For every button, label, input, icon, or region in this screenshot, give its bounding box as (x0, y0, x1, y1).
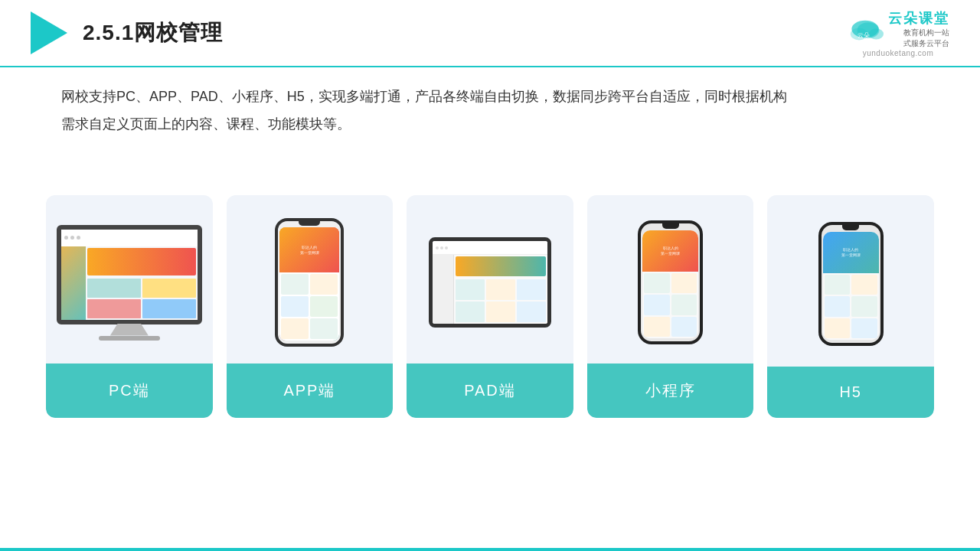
card-mini-image: 职达人的第一堂网课 (587, 195, 754, 364)
phone-body (279, 272, 339, 341)
mini-cell-1 (644, 273, 670, 293)
tablet-screen (433, 241, 547, 324)
brand-logo: 云朵 云朵课堂 教育机构一站式服务云平台 yunduoketang.com (847, 9, 949, 57)
mini-cell-6 (671, 317, 697, 337)
monitor-stand (110, 324, 149, 336)
tablet-cell-2 (486, 279, 515, 300)
tablet-cell-1 (456, 279, 485, 300)
h5-cell-2 (851, 275, 877, 295)
monitor-base (99, 336, 160, 341)
mini-cell-2 (671, 273, 697, 293)
card-pad: PAD端 (407, 195, 573, 418)
description-text: 网校支持PC、APP、PAD、小程序、H5，实现多端打通，产品各终端自由切换，数… (61, 83, 919, 138)
card-pad-label: PAD端 (407, 364, 573, 418)
card-app-label: APP端 (227, 364, 394, 418)
tablet-cell-6 (517, 302, 546, 322)
card-pc-image (46, 195, 213, 364)
top-bar: 2.5.1网校管理 云朵 云朵课堂 教育机构一站式服务云平台 yunduoket… (0, 0, 980, 67)
phone-cell-4 (310, 296, 338, 317)
mini-phone-mockup: 职达人的第一堂网课 (638, 220, 703, 344)
mini-phone-body (642, 272, 698, 338)
card-pc-label: PC端 (46, 364, 213, 418)
h5-phone-screen: 职达人的第一堂网课 (823, 232, 879, 340)
tablet-hero (456, 256, 546, 276)
phone-cell-2 (310, 274, 338, 295)
card-app: 职达人的第一堂网课 APP端 (227, 195, 394, 418)
card-mini-label: 小程序 (587, 364, 754, 418)
tablet-main (454, 255, 547, 324)
mini-cell-5 (644, 317, 670, 337)
tablet-mockup (429, 237, 551, 328)
app-phone-mockup: 职达人的第一堂网课 (275, 218, 344, 347)
mini-phone-hero: 职达人的第一堂网课 (642, 230, 698, 272)
tablet-topbar (433, 241, 547, 255)
phone-hero: 职达人的第一堂网课 (279, 227, 339, 272)
monitor-frame (57, 225, 202, 324)
mini-phone-island (662, 223, 679, 229)
cards-container: PC端 职达人的第一堂网课 APP端 (46, 195, 934, 418)
card-h5-label: H5 (767, 367, 934, 418)
tablet-grid (454, 278, 547, 324)
card-app-image: 职达人的第一堂网课 (227, 195, 394, 364)
logo-triangle-icon (31, 11, 67, 54)
h5-cell-5 (825, 318, 851, 338)
cloud-icon: 云朵 (847, 17, 884, 41)
card-h5-image: 职达人的第一堂网课 (767, 195, 934, 367)
phone-cell-3 (281, 296, 309, 317)
mini-cell-4 (671, 295, 697, 315)
phone-cell-6 (310, 318, 338, 339)
card-pc: PC端 (46, 195, 213, 418)
phone-cell-1 (281, 274, 309, 295)
h5-cell-1 (825, 275, 851, 295)
phone-screen: 职达人的第一堂网课 (279, 227, 339, 341)
tablet-cell-3 (517, 279, 546, 300)
brand-tagline: 教育机构一站式服务云平台 (888, 28, 949, 49)
card-mini: 职达人的第一堂网课 小程序 (587, 195, 754, 418)
card-pad-image (407, 195, 573, 364)
tablet-cell-4 (456, 302, 485, 322)
phone-notch (299, 221, 320, 226)
phone-cell-5 (281, 318, 309, 339)
h5-cell-3 (825, 296, 851, 316)
h5-cell-6 (851, 318, 877, 338)
description-content: 网校支持PC、APP、PAD、小程序、H5，实现多端打通，产品各终端自由切换，数… (61, 89, 787, 132)
tablet-cell-5 (486, 302, 515, 322)
h5-phone-body (823, 273, 879, 340)
mini-phone-screen: 职达人的第一堂网课 (642, 230, 698, 338)
h5-phone-mockup: 职达人的第一堂网课 (818, 222, 884, 346)
tablet-body (433, 255, 547, 324)
tablet-sidebar (433, 255, 454, 324)
h5-phone-island (842, 225, 859, 230)
pc-monitor-mockup (57, 225, 202, 341)
mini-cell-3 (644, 295, 670, 315)
brand-url: yunduoketang.com (863, 49, 934, 57)
brand-logo-icon: 云朵 云朵课堂 教育机构一站式服务云平台 (847, 9, 949, 49)
svg-text:云朵: 云朵 (858, 32, 870, 39)
bottom-accent-line (0, 548, 980, 551)
h5-phone-hero: 职达人的第一堂网课 (823, 232, 879, 273)
card-h5: 职达人的第一堂网课 H5 (767, 195, 934, 418)
brand-name: 云朵课堂 (888, 9, 949, 28)
h5-cell-4 (851, 296, 877, 316)
page-title: 2.5.1网校管理 (83, 18, 223, 47)
